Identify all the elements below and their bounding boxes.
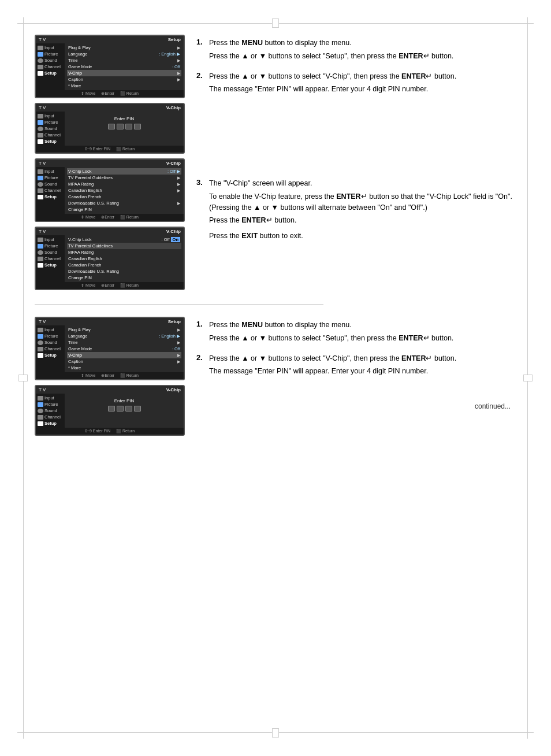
tv-sidebar-3: Input Picture Sound Channel	[36, 167, 65, 214]
sidebar-item-setup: Setup	[38, 70, 63, 76]
pin-box-1	[108, 124, 115, 129]
step-2-bottom: 2. Press the ▲ or ▼ buttons to select "V…	[196, 353, 516, 380]
tv-label-vchip-3: V-Chip	[166, 161, 181, 166]
tv-label-tv-3: T V	[39, 161, 46, 166]
channel-icon-3	[38, 188, 43, 193]
tv-label-vchip-6: V-Chip	[166, 387, 181, 392]
off-label: : Off	[162, 237, 170, 242]
sound-icon-4	[38, 250, 43, 255]
menu-cdn-english: Canadian English▶	[67, 187, 181, 194]
sidebar-item-setup-3: Setup	[38, 194, 63, 200]
step-2-top: 2. Press the ▲ or ▼ buttons to select "V…	[196, 71, 516, 98]
enter-bold-1: ENTER	[399, 52, 423, 60]
sidebar-item-sound-6: Sound	[38, 407, 63, 414]
input-icon-3	[38, 169, 43, 174]
sidebar-item-input-2: Input	[38, 113, 63, 119]
step-num-2: 2.	[196, 71, 204, 98]
tv-footer-1: ⇕ Move ⊕Enter ⬛ Return	[36, 90, 184, 97]
channel-icon	[38, 65, 43, 69]
step-num-3: 3.	[196, 178, 204, 244]
main-content: T V Setup Input Picture	[35, 35, 516, 721]
menu-download-us: Downloadable U.S. Rating▶	[67, 200, 181, 206]
sidebar-item-input-6: Input	[38, 395, 63, 401]
setup-icon-6	[38, 421, 43, 426]
tv-label-setup-5: Setup	[168, 319, 181, 324]
tv-screen-setup-bottom: T V Setup Input Picture	[35, 317, 185, 380]
tv-label-setup-1: Setup	[168, 37, 181, 42]
menu-language: Language: English ▶	[67, 51, 181, 57]
section-divider	[35, 305, 323, 305]
input-icon	[38, 46, 43, 50]
pin-label: Enter PIN	[67, 116, 181, 121]
setup-icon-3	[38, 195, 43, 199]
sidebar-item-input-4: Input	[38, 236, 63, 243]
step-content-b2: Press the ▲ or ▼ buttons to select "V-Ch…	[209, 353, 456, 380]
sidebar-item-picture-4: Picture	[38, 243, 63, 249]
sound-icon-6	[38, 409, 43, 413]
setup-icon-2	[38, 139, 43, 144]
picture-icon-4	[38, 244, 43, 249]
menu-download-us-on: Downloadable U.S. Rating	[67, 268, 181, 275]
pin-box-4	[134, 124, 141, 129]
sidebar-item-setup-6: Setup	[38, 420, 63, 427]
tv-label-vchip-2: V-Chip	[166, 105, 181, 110]
sidebar-item-sound: Sound	[38, 57, 63, 64]
step-num-1: 1.	[196, 38, 204, 64]
pin-boxes	[67, 124, 181, 129]
step-content-1: Press the MENU button to display the men…	[209, 38, 453, 64]
input-icon-2	[38, 114, 43, 118]
tv-label-tv-2: T V	[39, 105, 46, 110]
menu-vchip: V-Chip▶	[67, 70, 181, 76]
tv-content-2: Input Picture Sound Channel	[36, 112, 184, 146]
tv-panel-4: V-Chip Lock : Off On TV Parental Guideli…	[65, 235, 184, 282]
sound-icon	[38, 58, 43, 63]
menu-game-mode-b: Game Mode: Off	[67, 346, 181, 352]
menu-vchip-b: V-Chip▶	[67, 352, 181, 358]
tv-title-bar-3: T V V-Chip	[36, 160, 184, 167]
sidebar-item-channel-5: Channel	[38, 346, 63, 352]
tv-footer-6: 0~9 Enter PIN ⬛ Return	[36, 428, 184, 435]
tv-content-4: Input Picture Sound Channel	[36, 235, 184, 282]
tv-sidebar-6: Input Picture Sound Channel	[36, 394, 65, 428]
step-1-bottom: 1. Press the MENU button to display the …	[196, 320, 516, 346]
setup-icon-4	[38, 263, 43, 268]
tv-sidebar-4: Input Picture Sound Channel	[36, 235, 65, 282]
tv-screen-vchip-off: T V V-Chip Input Picture	[35, 158, 185, 222]
bottom-section: T V Setup Input Picture	[35, 317, 516, 436]
tv-label-tv-5: T V	[39, 319, 46, 324]
tv-content-3: Input Picture Sound Channel	[36, 167, 184, 214]
sidebar-item-channel-2: Channel	[38, 132, 63, 138]
tv-panel-3: V-Chip Lock: Off ▶ TV Parental Guideline…	[65, 167, 184, 214]
tv-footer-4: ⇕ Move ⊕Enter ⬛ Return	[36, 282, 184, 289]
exit-bold: EXIT	[241, 232, 258, 240]
tv-panel-5: Plug & Play▶ Language: English ▶ Time▶ G…	[65, 325, 184, 372]
pin-box-b4	[134, 406, 141, 412]
sidebar-item-setup-5: Setup	[38, 352, 63, 358]
input-icon-5	[38, 328, 43, 332]
picture-icon-6	[38, 402, 43, 407]
sidebar-item-channel-3: Channel	[38, 187, 63, 194]
pin-box-2	[117, 124, 124, 129]
center-mark-top	[272, 18, 279, 28]
menu-time-b: Time▶	[67, 339, 181, 346]
tv-footer-3: ⇕ Move ⊕Enter ⬛ Return	[36, 214, 184, 221]
tv-sidebar-1: Input Picture Sound Channel	[36, 43, 65, 90]
tv-screen-pin: T V V-Chip Input Picture	[35, 103, 185, 154]
sound-icon-2	[38, 127, 43, 131]
menu-tv-parental: TV Parental Guidelines▶	[67, 175, 181, 181]
menu-bold-1: MENU	[241, 39, 263, 47]
channel-icon-2	[38, 133, 43, 138]
setup-icon	[38, 71, 43, 76]
enter-bold-b2: ENTER	[401, 354, 426, 362]
step-num-b1: 1.	[196, 320, 204, 346]
picture-icon	[38, 52, 43, 57]
menu-plug-play-b: Plug & Play▶	[67, 327, 181, 333]
input-icon-4	[38, 238, 43, 242]
sidebar-item-sound-5: Sound	[38, 339, 63, 346]
tv-label-vchip-4: V-Chip	[166, 229, 181, 234]
sidebar-item-channel-4: Channel	[38, 255, 63, 262]
center-mark-bottom	[272, 728, 279, 738]
channel-icon-4	[38, 257, 43, 261]
sidebar-item-input-3: Input	[38, 168, 63, 175]
sidebar-item-sound-4: Sound	[38, 249, 63, 255]
